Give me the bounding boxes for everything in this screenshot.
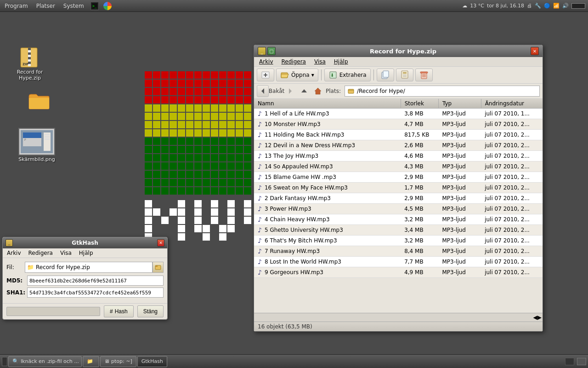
file-date: juli 07 2010, 2... [481,204,543,214]
printer-icon: 🖨 [527,3,532,9]
col-date[interactable]: Ändringsdatur [481,99,543,109]
screenshot-icon[interactable]: Jf Skärmbild.png [14,128,60,162]
table-row[interactable]: ♪ 6 That's My Bitch HW.mp3 3,2 MB MP3-lj… [254,236,543,246]
col-name[interactable]: Namn [254,99,401,109]
fm-scroll-area[interactable]: Namn Storlek Typ Ändringsdatur ♪ 1 Hell … [254,99,543,313]
col-type[interactable]: Typ [439,99,481,109]
extract-icon: ⬇ [328,70,338,80]
up-button[interactable] [298,85,310,97]
paste-icon [400,70,409,80]
svg-rect-4 [28,48,31,50]
close-button[interactable]: ✕ [157,239,164,247]
table-row[interactable]: ♪ 9 Gorgeours HW.mp3 4,9 MB MP3-ljud jul… [254,267,543,278]
copy-button[interactable] [377,69,394,81]
menu-visa[interactable]: Visa [59,249,73,257]
fm-menu-visa[interactable]: Visa [313,58,327,65]
taskbar-gtkhash[interactable]: GtkHash [137,356,167,367]
sha1-label: SHA1: [6,289,27,296]
sha1-input[interactable] [27,288,164,298]
table-header: Namn Storlek Typ Ändringsdatur [254,99,543,109]
fm-maximize-button[interactable]: □ [267,47,276,55]
home-button[interactable] [312,85,324,97]
extract-button[interactable]: ⬇ Extrahera [324,69,371,81]
delete-button[interactable] [415,69,433,81]
path-input[interactable]: /Record for Hype/ [345,86,540,97]
file-type: MP3-ljud [439,172,481,183]
gtkhash-content: Fil: 📁 Record for Hype.zip MD5: SHA1: [3,258,167,303]
gtkhash-taskbar-label: GtkHash [141,358,163,364]
wifi-icon: 📶 [553,3,560,9]
folder-icon[interactable] [18,90,60,113]
path-label: Plats: [326,88,341,94]
file-browse-button[interactable] [153,262,164,273]
menu-hjalp[interactable]: Hjälp [78,249,95,257]
forward-button[interactable] [284,85,296,97]
file-input[interactable]: 📁 Record for Hype.zip [25,262,153,273]
taskbar-terminal[interactable]: 🖥 ptop: ~] [100,356,136,367]
file-name: 5 Ghetto University HW.mp3 [265,227,343,233]
table-row[interactable]: ♪ 11 Holding Me Back HW.mp3 817,5 KB MP3… [254,130,543,140]
svg-marker-41 [301,89,307,92]
table-row[interactable]: ♪ 16 Sweat on My Face HW.mp3 1,7 MB MP3-… [254,183,543,193]
fm-close-button[interactable]: ✕ [531,47,539,55]
zip-icon-image: ZIP [19,46,41,68]
md5-input[interactable] [27,276,164,286]
battery-icon [571,3,585,9]
path-value: /Record for Hype/ [357,88,405,94]
scroll-right-icon[interactable]: ▶ [537,314,542,321]
end-indicator2 [577,358,586,365]
col-size[interactable]: Storlek [401,99,438,109]
fm-minimize-button[interactable]: _ [258,47,266,55]
table-row[interactable]: ♪ 5 Ghetto University HW.mp3 3,4 MB MP3-… [254,225,543,236]
table-row[interactable]: ♪ 3 Power HW.mp3 4,5 MB MP3-ljud juli 07… [254,204,543,214]
terminal-label: ptop: ~] [111,358,132,364]
table-row[interactable]: ♪ 8 Lost In the World HW.mp3 7,7 MB MP3-… [254,257,543,267]
back-button[interactable] [257,85,269,97]
scroll-left-icon[interactable]: ◀ [533,314,537,321]
table-row[interactable]: ♪ 15 Blame Game HW .mp3 2,9 MB MP3-ljud … [254,172,543,183]
paste-button[interactable] [396,69,413,81]
taskbar-top: Program Platser System >_ ☁ 13 °C tor 8 … [0,0,588,12]
chrome-icon[interactable] [103,2,112,10]
table-row[interactable]: ♪ 13 The Joy HW.mp3 4,6 MB MP3-ljud juli… [254,151,543,161]
menu-system[interactable]: System [62,2,86,10]
fm-menu-arkiv[interactable]: Arkiv [258,58,275,65]
stang-button[interactable]: Stäng [137,305,164,317]
menu-platser[interactable]: Platser [34,2,57,10]
menu-program[interactable]: Program [3,2,30,10]
pixel-display [145,71,252,243]
music-note-icon: ♪ [258,226,262,234]
file-type: MP3-ljud [439,183,481,193]
file-name: 2 Dark Fantasy HW.mp3 [265,195,331,201]
file-type: MP3-ljud [439,151,481,161]
weather-icon: ☁ [462,3,467,9]
hash-button[interactable]: # Hash [104,305,134,317]
file-size: 4,7 MB [401,119,438,130]
music-note-icon: ♪ [258,163,262,170]
table-row[interactable]: ♪ 12 Devil in a New Dress HW.mp3 2,6 MB … [254,140,543,151]
file-type: MP3-ljud [439,161,481,172]
minimize-button[interactable]: _ [6,239,13,247]
file-date: juli 07 2010, 2... [481,257,543,267]
taskbar-folder[interactable]: 📁 [83,356,99,367]
open-button[interactable]: Öppna ▾ [276,69,318,81]
terminal-icon[interactable]: >_ [90,2,99,10]
table-row[interactable]: ♪ 7 Runaway HW.mp3 8,4 MB MP3-ljud juli … [254,246,543,257]
menu-arkiv[interactable]: Arkiv [6,249,23,257]
music-note-icon: ♪ [258,195,262,202]
table-row[interactable]: ♪ 10 Monster HW.mp3 4,7 MB MP3-ljud juli… [254,119,543,130]
taskbar-knack[interactable]: 🔍 lknäck en .zip-fil och ... [8,356,82,367]
table-row[interactable]: ♪ 4 Chain Heavy HW.mp3 3,2 MB MP3-ljud j… [254,214,543,225]
table-row[interactable]: ♪ 14 So Appauled HW.mp3 4,3 MB MP3-ljud … [254,161,543,172]
new-button[interactable] [257,69,274,81]
file-name: 16 Sweat on My Face HW.mp3 [265,184,348,191]
fm-menu-redigera[interactable]: Redigera [280,58,307,65]
menu-redigera[interactable]: Redigera [27,249,54,257]
fm-menu-hjalp[interactable]: Hjälp [333,58,350,65]
table-row[interactable]: ♪ 2 Dark Fantasy HW.mp3 2,9 MB MP3-ljud … [254,193,543,204]
md5-label: MD5: [6,277,27,284]
svg-rect-6 [28,52,31,55]
knack-icon: 🔍 [12,358,19,364]
zip-icon[interactable]: ZIP Record for Hype.zip [9,46,51,81]
table-row[interactable]: ♪ 1 Hell of a Life HW.mp3 3,8 MB MP3-lju… [254,109,543,119]
